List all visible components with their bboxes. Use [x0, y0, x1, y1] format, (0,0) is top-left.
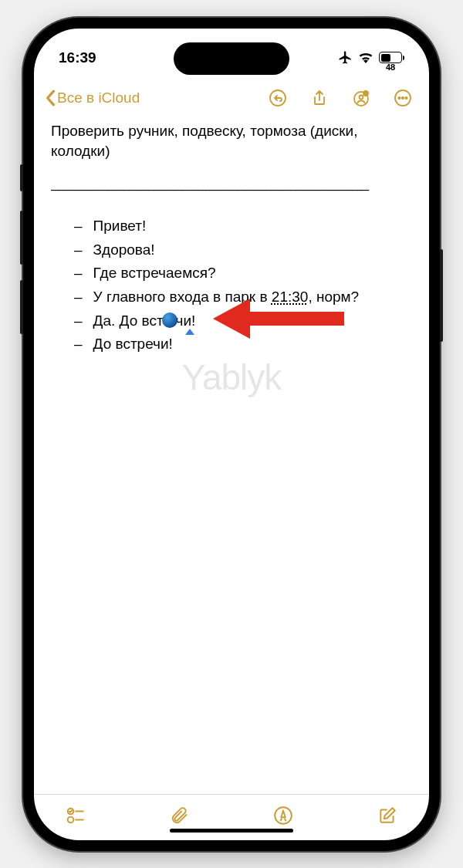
note-content[interactable]: Проверить ручник, подвеску, тормоза (дис…	[34, 121, 429, 794]
screen: 16:39 48 Все в iCloud	[34, 29, 429, 840]
paperclip-icon	[170, 806, 190, 826]
bottom-toolbar	[34, 794, 429, 840]
list-item-text: Да. До встчи!	[93, 311, 196, 332]
svg-point-3	[360, 95, 363, 99]
power-button	[440, 249, 443, 342]
status-time: 16:39	[59, 49, 96, 66]
undo-icon	[269, 89, 287, 107]
svg-point-11	[68, 817, 74, 823]
list-item-text: Где встречаемся?	[93, 263, 216, 284]
share-icon	[310, 89, 329, 107]
back-label: Все в iCloud	[57, 90, 140, 106]
list-item: – До встречи!	[74, 334, 412, 355]
back-button[interactable]: Все в iCloud	[45, 90, 140, 106]
compose-icon	[377, 806, 397, 826]
svg-point-6	[402, 96, 404, 98]
home-indicator[interactable]	[170, 829, 293, 833]
list-item-text: У главного входа в парк в 21:30, норм?	[93, 287, 360, 308]
silent-switch	[20, 164, 23, 191]
svg-point-7	[405, 96, 407, 98]
svg-point-13	[275, 807, 292, 824]
dynamic-island	[174, 42, 289, 75]
checklist-button[interactable]	[60, 800, 91, 831]
list-item-text: До встречи!	[93, 334, 173, 355]
checklist-icon	[66, 806, 86, 826]
list-item: – Да. До встчи!	[74, 311, 412, 332]
collaborator-cursor-avatar	[162, 312, 177, 328]
note-heading: Проверить ручник, подвеску, тормоза (дис…	[51, 121, 412, 162]
status-indicators: 48	[338, 50, 404, 65]
collaborate-button[interactable]	[346, 83, 377, 113]
chevron-left-icon	[45, 90, 56, 106]
list-item-text: Привет!	[93, 216, 147, 237]
wifi-icon	[358, 52, 373, 63]
ellipsis-circle-icon	[394, 89, 412, 107]
watermark: Yablyk	[34, 353, 429, 402]
svg-point-2	[363, 91, 368, 96]
note-divider: _______________________________________	[51, 173, 412, 194]
dialogue-list: – Привет! – Здорова! – Где встречаемся? …	[51, 216, 412, 355]
volume-down-button	[20, 280, 23, 334]
markup-pen-icon	[273, 806, 293, 826]
more-button[interactable]	[387, 83, 418, 113]
markup-button[interactable]	[268, 800, 299, 831]
navigation-bar: Все в iCloud	[34, 78, 429, 121]
list-item: – У главного входа в парк в 21:30, норм?	[74, 287, 412, 308]
battery-percent: 48	[380, 62, 401, 73]
battery-indicator: 48	[379, 52, 404, 63]
list-item: – Привет!	[74, 216, 412, 237]
airplane-mode-icon	[338, 50, 353, 65]
list-item-text: Здорова!	[93, 240, 155, 261]
compose-button[interactable]	[372, 800, 403, 831]
time-link[interactable]: 21:30	[272, 289, 309, 305]
undo-button[interactable]	[262, 83, 293, 113]
list-item: – Где встречаемся?	[74, 263, 412, 284]
share-button[interactable]	[304, 83, 335, 113]
svg-point-5	[398, 96, 400, 98]
list-item: – Здорова!	[74, 240, 412, 261]
attachment-button[interactable]	[164, 800, 195, 831]
phone-frame: 16:39 48 Все в iCloud	[23, 18, 440, 851]
collaborate-icon	[352, 89, 370, 107]
collaborator-caret-icon	[185, 329, 194, 335]
volume-up-button	[20, 211, 23, 265]
